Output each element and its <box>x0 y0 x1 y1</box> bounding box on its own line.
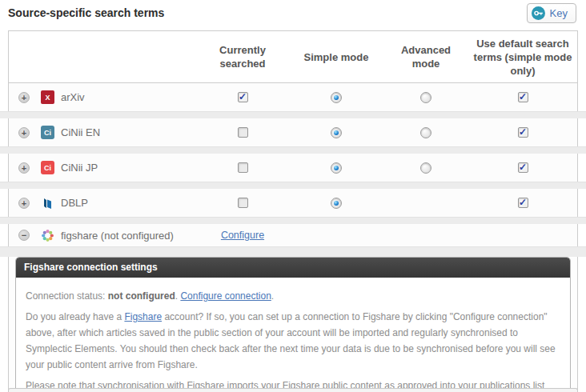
table-row: + Ci CiNii JP <box>8 154 578 182</box>
figshare-icon <box>41 229 54 242</box>
row-separator <box>0 217 586 224</box>
radio-advanced-mode[interactable] <box>420 162 431 174</box>
checkbox-use-default[interactable] <box>518 198 528 208</box>
checkbox-currently-searched[interactable] <box>238 127 248 138</box>
key-button[interactable]: Key <box>527 3 576 23</box>
figshare-help-paragraph-1: Do you already have a Figshare account? … <box>26 309 560 373</box>
table-row: + X arXiv <box>8 83 578 111</box>
row-separator <box>0 182 586 189</box>
status-label: Connection status: <box>26 290 108 302</box>
radio-simple-mode[interactable] <box>331 92 342 103</box>
column-header-advanced-mode: Advanced mode <box>383 43 468 70</box>
row-separator <box>0 246 586 257</box>
checkbox-use-default[interactable] <box>518 92 528 102</box>
key-icon <box>532 6 545 20</box>
table-row: + Ci CiNii EN <box>8 118 578 146</box>
next-collapsed-row[interactable] <box>8 388 578 392</box>
checkbox-use-default[interactable] <box>518 162 528 173</box>
table-row: + DBLP <box>8 189 578 217</box>
checkbox-currently-searched[interactable] <box>238 198 248 208</box>
expand-toggle[interactable]: + <box>18 162 30 174</box>
column-header-simple-mode: Simple mode <box>289 50 383 64</box>
radio-simple-mode[interactable] <box>331 198 342 209</box>
expand-toggle[interactable]: + <box>18 92 30 103</box>
page-title: Source-specific search terms <box>8 6 164 19</box>
checkbox-currently-searched[interactable] <box>238 162 248 173</box>
table-row: − figshare (not configured) Configure <box>8 224 578 246</box>
source-label: CiNii JP <box>61 162 98 174</box>
radio-simple-mode[interactable] <box>331 162 342 174</box>
source-label: CiNii EN <box>61 126 100 138</box>
cinii-en-icon: Ci <box>41 126 54 139</box>
figshare-expanded-area: Figshare connection settings Connection … <box>8 257 578 392</box>
checkbox-currently-searched[interactable] <box>238 92 248 102</box>
configure-connection-link[interactable]: Configure connection <box>180 290 271 302</box>
key-button-label: Key <box>550 7 568 19</box>
expand-toggle[interactable]: + <box>18 198 30 209</box>
source-label: DBLP <box>61 197 88 209</box>
row-separator <box>0 111 586 118</box>
radio-advanced-mode[interactable] <box>420 127 431 138</box>
source-label: arXiv <box>61 91 85 103</box>
collapse-toggle[interactable]: − <box>18 230 30 241</box>
column-header-use-default: Use default search terms (simple mode on… <box>468 37 577 78</box>
column-header-currently-searched: Currently searched <box>196 43 289 70</box>
checkbox-use-default[interactable] <box>518 127 528 138</box>
expand-toggle[interactable]: + <box>18 127 30 138</box>
radio-advanced-mode[interactable] <box>420 92 431 103</box>
table-header-row: Currently searched Simple mode Advanced … <box>8 30 578 83</box>
radio-simple-mode[interactable] <box>331 127 342 138</box>
cinii-jp-icon: Ci <box>41 161 54 174</box>
figshare-link[interactable]: Figshare <box>124 311 162 322</box>
row-separator <box>0 146 586 154</box>
page-header: Source-specific search terms Key <box>0 0 586 30</box>
panel-title: Figshare connection settings <box>16 258 570 278</box>
status-value: not configured <box>108 290 175 302</box>
configure-link[interactable]: Configure <box>221 230 264 241</box>
dblp-icon <box>41 196 54 210</box>
figshare-connection-panel: Figshare connection settings Connection … <box>15 257 571 392</box>
arxiv-icon: X <box>41 90 54 104</box>
source-label: figshare (not configured) <box>61 230 174 242</box>
connection-status-line: Connection status: not configured. Confi… <box>26 288 560 304</box>
